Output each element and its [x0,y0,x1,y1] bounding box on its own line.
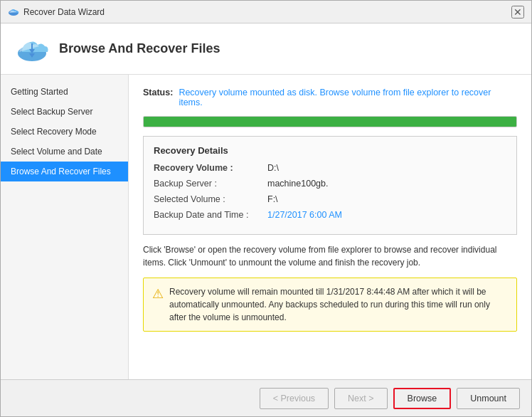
detail-row-recovery-volume: Recovery Volume : D:\ [154,163,506,173]
sidebar-item-browse-recover[interactable]: Browse And Recover Files [1,162,128,181]
window-title: Recover Data Wizard [23,7,105,17]
header: Browse And Recover Files [1,23,531,75]
progress-bar-container [143,116,517,127]
next-button[interactable]: Next > [334,388,387,409]
sidebar-item-getting-started[interactable]: Getting Started [1,82,128,102]
sidebar-item-volume-date[interactable]: Select Volume and Date [1,142,128,162]
detail-value-backup-date: 1/27/2017 6:00 AM [267,210,342,220]
close-button[interactable]: ✕ [511,6,524,19]
detail-row-backup-date: Backup Date and Time : 1/27/2017 6:00 AM [154,210,506,220]
sidebar-item-backup-server[interactable]: Select Backup Server [1,102,128,122]
detail-label-backup-date: Backup Date and Time : [154,210,267,220]
detail-value-backup-server: machine100gb. [267,179,328,189]
wizard-window: Recover Data Wizard ✕ Browse And Recover… [0,0,532,417]
detail-label-selected-volume: Selected Volume : [154,194,267,204]
browse-button[interactable]: Browse [393,388,452,409]
page-title: Browse And Recover Files [59,41,220,56]
content-area: Status: Recovery volume mounted as disk.… [129,75,531,379]
info-text: Click 'Browse' or open the recovery volu… [143,243,517,269]
warning-text: Recovery volume will remain mounted till… [169,285,508,324]
detail-value-recovery-volume: D:\ [267,163,279,173]
titlebar: Recover Data Wizard ✕ [1,1,531,23]
footer: < Previous Next > Browse Unmount [1,379,531,416]
warning-box: ⚠ Recovery volume will remain mounted ti… [143,278,517,332]
detail-value-selected-volume: F:\ [267,194,278,204]
unmount-button[interactable]: Unmount [457,388,520,409]
status-text: Recovery volume mounted as disk. Browse … [179,88,517,107]
sidebar: Getting Started Select Backup Server Sel… [1,75,129,379]
header-cloud-icon [15,32,49,66]
detail-label-recovery-volume: Recovery Volume : [154,163,267,173]
status-bar: Status: Recovery volume mounted as disk.… [143,88,517,107]
previous-button[interactable]: < Previous [260,388,329,409]
detail-row-selected-volume: Selected Volume : F:\ [154,194,506,204]
app-icon [8,6,19,18]
status-label: Status: [143,88,173,97]
detail-label-backup-server: Backup Server : [154,179,267,189]
progress-bar-fill [144,117,516,127]
titlebar-left: Recover Data Wizard [8,6,105,18]
detail-row-backup-server: Backup Server : machine100gb. [154,179,506,189]
recovery-details-title: Recovery Details [154,145,506,156]
body: Getting Started Select Backup Server Sel… [1,75,531,379]
recovery-details-box: Recovery Details Recovery Volume : D:\ B… [143,136,517,235]
sidebar-item-recovery-mode[interactable]: Select Recovery Mode [1,122,128,142]
warning-icon: ⚠ [152,286,164,302]
